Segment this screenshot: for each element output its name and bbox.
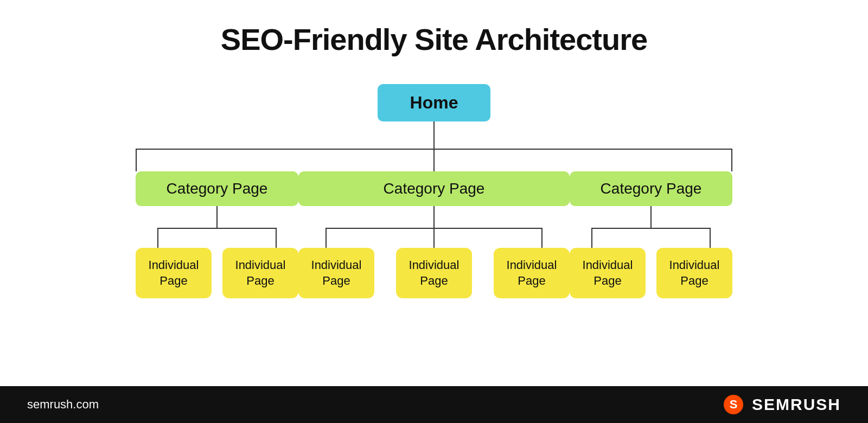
cat-left-connector [216,206,218,228]
individual-node-center-1: Individual Page [298,248,374,298]
vdrop2-left-l [157,229,158,248]
indiv-row-left: Individual Page Individual Page [136,248,298,298]
individual-node-left-2: Individual Page [222,248,298,298]
cat-right-connector [650,206,652,228]
page-title: SEO-Friendly Site Architecture [221,22,647,57]
level2-connectors-left [157,229,277,248]
branch-left: Category Page Individual Page Individual… [136,171,298,298]
category-node-left: Category Page [136,171,298,206]
indiv-row-center: Individual Page Individual Page Individu… [298,248,570,298]
branch-center: Category Page Individual Page Individual… [298,171,570,298]
level2-connectors-right [591,229,711,248]
category-node-center: Category Page [298,171,570,206]
individual-node-center-2: Individual Page [396,248,472,298]
vdrop2-center-r [541,229,542,248]
svg-text:S: S [730,398,738,411]
vdrop2-left-r [276,229,277,248]
footer: semrush.com S SEMRUSH [0,386,868,423]
level2-connectors-center [326,229,542,248]
home-node: Home [378,84,491,121]
indiv-row-right: Individual Page Individual Page [570,248,732,298]
footer-url: semrush.com [27,398,99,412]
semrush-logo-icon: S [723,394,744,415]
individual-node-left-1: Individual Page [136,248,212,298]
vdrop2-right-l [591,229,592,248]
individual-node-center-3: Individual Page [494,248,570,298]
vdrop2-center-c [433,229,435,248]
site-architecture-tree: Home Category Page Indivi [33,84,835,298]
level1-connectors [136,150,732,171]
vdrop2-center-l [326,229,327,248]
individual-node-right-2: Individual Page [656,248,732,298]
vdrop-left [136,150,137,171]
footer-brand-name: SEMRUSH [752,395,841,414]
vdrop2-right-r [710,229,711,248]
level-1-categories: Category Page Individual Page Individual… [136,171,732,298]
level-0-home: Home [378,84,491,121]
category-node-right: Category Page [570,171,732,206]
home-connector-down [433,121,435,149]
main-content: SEO-Friendly Site Architecture Home Cate… [0,0,868,386]
vdrop-right [731,150,732,171]
footer-brand: S SEMRUSH [723,394,841,415]
cat-center-connector [433,206,435,228]
individual-node-right-1: Individual Page [570,248,646,298]
vdrop-center [433,150,435,171]
branch-right: Category Page Individual Page Individual… [570,171,732,298]
